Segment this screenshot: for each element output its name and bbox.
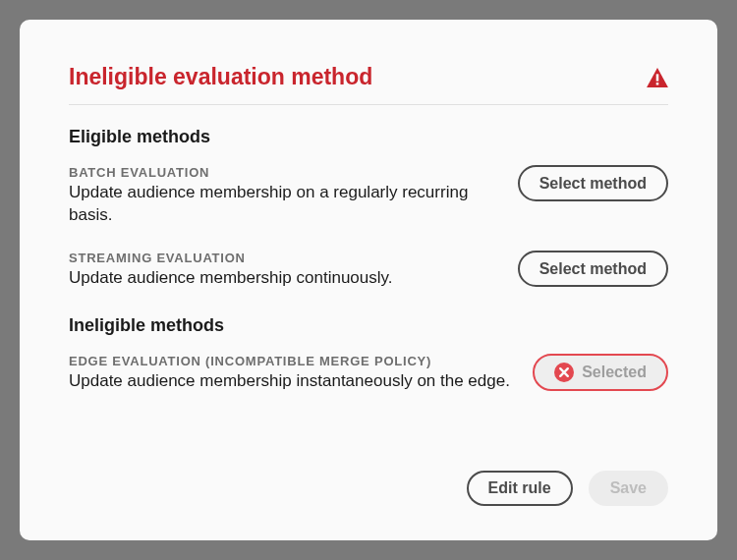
method-edge-row: EDGE EVALUATION (INCOMPATIBLE MERGE POLI… bbox=[69, 354, 668, 393]
select-streaming-button[interactable]: Select method bbox=[518, 251, 668, 287]
edit-rule-button[interactable]: Edit rule bbox=[467, 471, 573, 506]
ineligible-methods-heading: Ineligible methods bbox=[69, 315, 668, 336]
method-streaming-info: STREAMING EVALUATION Update audience mem… bbox=[69, 251, 518, 290]
method-streaming-label: STREAMING EVALUATION bbox=[69, 251, 498, 265]
ineligible-evaluation-dialog: Ineligible evaluation method Eligible me… bbox=[20, 20, 717, 540]
selected-edge-button: Selected bbox=[533, 354, 668, 391]
save-button: Save bbox=[589, 471, 668, 506]
svg-rect-1 bbox=[656, 83, 659, 85]
method-edge-label: EDGE EVALUATION (INCOMPATIBLE MERGE POLI… bbox=[69, 354, 513, 368]
method-edge-desc: Update audience membership instantaneous… bbox=[69, 370, 513, 393]
select-batch-button[interactable]: Select method bbox=[518, 165, 668, 201]
eligible-methods-heading: Eligible methods bbox=[69, 127, 668, 147]
dialog-title: Ineligible evaluation method bbox=[69, 64, 372, 90]
method-batch-label: BATCH EVALUATION bbox=[69, 165, 498, 180]
method-batch-info: BATCH EVALUATION Update audience members… bbox=[69, 165, 518, 227]
method-streaming-row: STREAMING EVALUATION Update audience mem… bbox=[69, 251, 668, 290]
method-edge-info: EDGE EVALUATION (INCOMPATIBLE MERGE POLI… bbox=[69, 354, 533, 393]
method-streaming-desc: Update audience membership continuously. bbox=[69, 267, 498, 290]
dialog-header: Ineligible evaluation method bbox=[69, 64, 668, 105]
method-batch-desc: Update audience membership on a regularl… bbox=[69, 182, 498, 227]
method-batch-row: BATCH EVALUATION Update audience members… bbox=[69, 165, 668, 227]
error-circle-icon bbox=[554, 363, 574, 382]
selected-edge-label: Selected bbox=[582, 363, 647, 381]
svg-rect-0 bbox=[656, 74, 659, 81]
warning-icon bbox=[647, 68, 668, 87]
dialog-footer: Edit rule Save bbox=[69, 471, 668, 506]
